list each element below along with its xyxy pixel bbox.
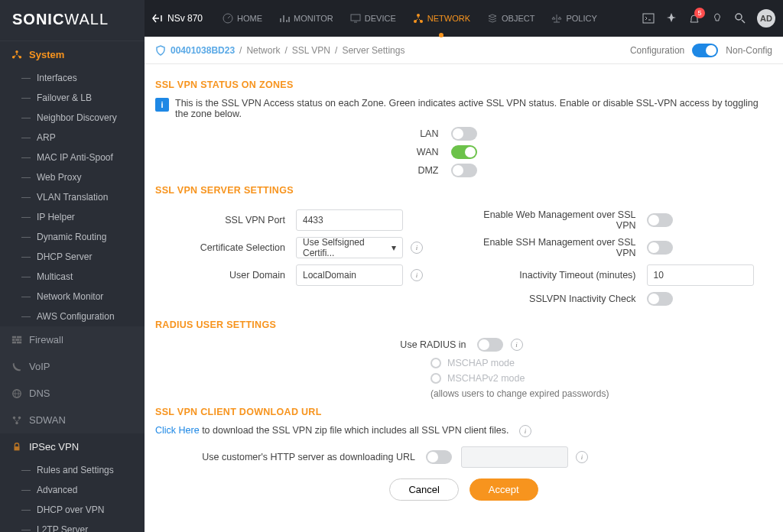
- section-title-zones: SSL VPN STATUS ON ZONES: [155, 79, 772, 90]
- sshmgmt-label: Enable SSH Management over SSL VPN: [476, 237, 636, 258]
- svg-point-13: [13, 416, 16, 419]
- download-link[interactable]: Click Here: [155, 425, 200, 436]
- firewall-icon: [11, 335, 23, 345]
- nav-webproxy[interactable]: —Web Proxy: [0, 167, 145, 187]
- mschap-radio[interactable]: [430, 358, 441, 368]
- nav-iphelper[interactable]: —IP Helper: [0, 207, 145, 227]
- phone-icon: [11, 362, 23, 372]
- svg-rect-5: [12, 339, 15, 341]
- zone-wan-label: WAN: [202, 147, 439, 157]
- mschapv2-radio[interactable]: [430, 373, 441, 384]
- bulb-icon[interactable]: [711, 12, 723, 24]
- nav-section-voip[interactable]: VoIP: [0, 353, 145, 380]
- nav-section-ipsec[interactable]: IPSec VPN: [0, 433, 145, 460]
- notification-icon[interactable]: 5: [688, 12, 700, 24]
- sdwan-icon: [11, 415, 23, 426]
- webmgmt-label: Enable Web Management over SSL VPN: [476, 209, 636, 231]
- section-title-download: SSL VPN CLIENT DOWNLOAD URL: [155, 407, 772, 417]
- topnav-monitor[interactable]: MONITOR: [271, 10, 341, 27]
- nav-dynrouting[interactable]: —Dynamic Routing: [0, 227, 145, 247]
- accept-button[interactable]: Accept: [469, 478, 538, 501]
- svg-point-24: [736, 14, 742, 20]
- cancel-button[interactable]: Cancel: [389, 478, 458, 501]
- nav-rules[interactable]: —Rules and Settings: [0, 460, 145, 480]
- crumb-sslvpn[interactable]: SSL VPN: [292, 45, 330, 56]
- nav-multicast[interactable]: —Multicast: [0, 267, 145, 287]
- webmgmt-toggle[interactable]: [647, 213, 673, 227]
- nav-dhcpvpn[interactable]: —DHCP over VPN: [0, 500, 145, 520]
- nav-neighbor[interactable]: —Neighbor Discovery: [0, 108, 145, 128]
- topnav-object[interactable]: OBJECT: [479, 10, 542, 27]
- back-button[interactable]: NSv 870: [152, 13, 203, 24]
- nav-vlan[interactable]: —VLAN Translation: [0, 187, 145, 207]
- svg-rect-8: [12, 341, 16, 343]
- sidebar: SONICWALL System —Interfaces —Failover &…: [0, 0, 145, 532]
- info-icon-download[interactable]: i: [519, 425, 531, 437]
- svg-rect-23: [643, 14, 654, 23]
- timeout-label: Inactivity Timeout (minutes): [476, 270, 636, 281]
- topnav-home[interactable]: HOME: [215, 10, 270, 27]
- search-icon[interactable]: [734, 12, 746, 24]
- terminal-icon[interactable]: [642, 12, 655, 24]
- nav-section-system[interactable]: System: [0, 41, 145, 68]
- topnav-policy[interactable]: POLICY: [544, 10, 604, 27]
- nav-section-firewall[interactable]: Firewall: [0, 326, 145, 353]
- radius-toggle[interactable]: [477, 338, 503, 352]
- info-icon-domain[interactable]: i: [411, 269, 423, 281]
- use-http-toggle[interactable]: [426, 450, 452, 464]
- scale-icon: [551, 13, 562, 24]
- nav-netmonitor[interactable]: —Network Monitor: [0, 287, 145, 307]
- http-url-input: [461, 446, 568, 468]
- nav-l2tp[interactable]: —L2TP Server: [0, 520, 145, 532]
- config-toggle[interactable]: [692, 44, 718, 57]
- serial-link[interactable]: 00401038BD23: [171, 45, 235, 56]
- nav-failoverlb[interactable]: —Failover & LB: [0, 88, 145, 108]
- logo: SONICWALL: [0, 0, 145, 41]
- zone-dmz-toggle[interactable]: [451, 164, 477, 177]
- topnav: HOME MONITOR DEVICE NETWORK OBJECT POLIC…: [215, 10, 642, 27]
- zone-lan-toggle[interactable]: [451, 127, 477, 141]
- svg-point-15: [15, 421, 18, 424]
- nav-interfaces[interactable]: —Interfaces: [0, 68, 145, 88]
- info-icon-cert[interactable]: i: [411, 242, 423, 254]
- zone-dmz-label: DMZ: [202, 165, 439, 176]
- topright: 5 AD: [642, 9, 775, 28]
- svg-point-0: [15, 50, 18, 53]
- domain-input[interactable]: [296, 264, 403, 286]
- content: SSL VPN STATUS ON ZONES i This is the SS…: [145, 64, 783, 532]
- globe-icon: [11, 388, 23, 399]
- svg-rect-16: [15, 446, 20, 450]
- avatar[interactable]: AD: [757, 9, 775, 28]
- topnav-device[interactable]: DEVICE: [343, 10, 404, 27]
- info-icon-http[interactable]: i: [576, 451, 588, 463]
- logo-bold: SONIC: [12, 11, 64, 28]
- zone-lan-label: LAN: [202, 128, 439, 139]
- nav-dhcpserver[interactable]: —DHCP Server: [0, 247, 145, 267]
- sshmgmt-toggle[interactable]: [647, 241, 673, 255]
- pin-icon[interactable]: [665, 12, 677, 24]
- svg-rect-9: [17, 341, 21, 343]
- inact-toggle[interactable]: [647, 292, 673, 306]
- port-input[interactable]: [296, 209, 403, 231]
- info-icon-radius[interactable]: i: [511, 339, 523, 351]
- info-box: i This is the SSL VPN Access status on e…: [155, 98, 772, 119]
- logo-light: WALL: [64, 11, 109, 28]
- nav-section-sdwan[interactable]: SDWAN: [0, 407, 145, 433]
- section-title-server: SSL VPN SERVER SETTINGS: [155, 185, 772, 196]
- svg-rect-3: [12, 336, 16, 338]
- svg-rect-6: [15, 339, 19, 341]
- nav-macip[interactable]: —MAC IP Anti-Spoof: [0, 148, 145, 167]
- cert-select[interactable]: Use Selfsigned Certifi...▾: [296, 237, 403, 258]
- topbar: NSv 870 HOME MONITOR DEVICE NETWORK OBJE…: [145, 0, 783, 37]
- nav-advanced[interactable]: —Advanced: [0, 480, 145, 500]
- shield-icon: [155, 45, 166, 56]
- zone-wan-toggle[interactable]: [451, 145, 477, 159]
- crumb-network[interactable]: Network: [246, 45, 280, 56]
- topnav-network[interactable]: NETWORK: [405, 10, 478, 27]
- nav-awsconfig[interactable]: —AWS Configuration: [0, 307, 145, 326]
- config-label: Configuration: [630, 45, 684, 56]
- nav-arp[interactable]: —ARP: [0, 128, 145, 148]
- stack-icon: [487, 13, 498, 24]
- timeout-input[interactable]: [647, 264, 754, 286]
- nav-section-dns[interactable]: DNS: [0, 380, 145, 407]
